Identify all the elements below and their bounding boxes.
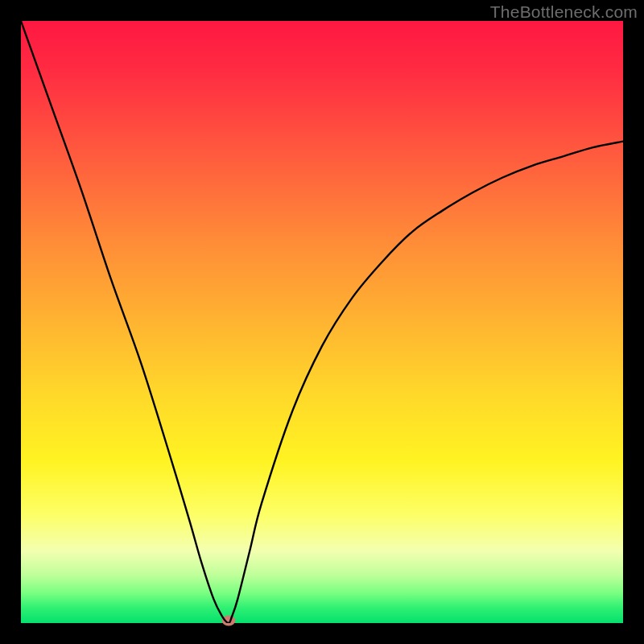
watermark-text: TheBottleneck.com	[490, 2, 638, 22]
plot-area	[21, 21, 623, 623]
curve-path	[21, 21, 623, 623]
bottleneck-curve	[21, 21, 623, 623]
chart-frame: TheBottleneck.com	[0, 0, 644, 644]
